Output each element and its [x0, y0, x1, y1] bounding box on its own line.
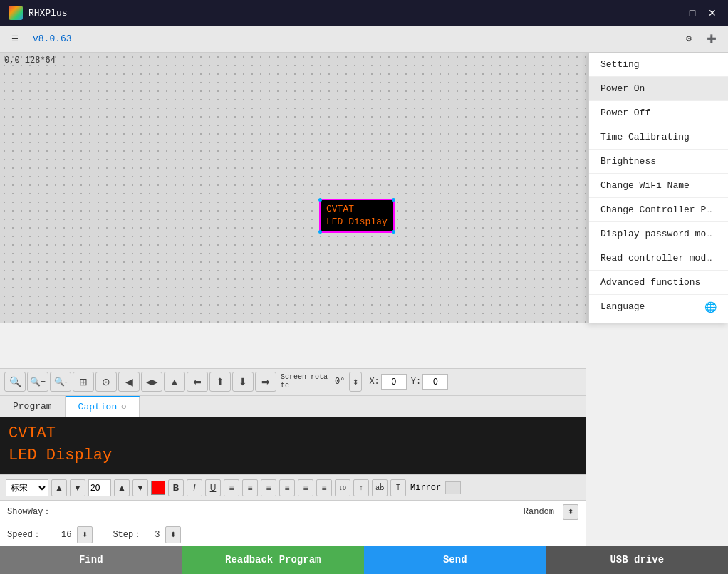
- zoom-in-button[interactable]: 🔍+: [27, 372, 48, 392]
- settings-icon-button[interactable]: ⚙: [681, 31, 697, 46]
- zoom-out-search-button[interactable]: 🔍: [4, 372, 26, 392]
- speed-row: Speed： 16 ⬍ Step： 3 ⬍: [0, 523, 586, 546]
- align-center-button[interactable]: ≡: [242, 479, 258, 496]
- action-buttons: Find Readback Program Send USB drive: [0, 546, 728, 574]
- coord-label: 0,0 128*64: [4, 56, 56, 66]
- menu-item-change-wifi[interactable]: Change WiFi Name: [589, 174, 728, 198]
- x-input[interactable]: [381, 374, 407, 390]
- menu-item-read-controller[interactable]: Read controller model···: [589, 246, 728, 271]
- fit-screen-button[interactable]: ⊙: [95, 372, 117, 392]
- menu-item-change-controller-pass[interactable]: Change Controller Pas···: [589, 198, 728, 222]
- move-left-button[interactable]: ◀: [118, 372, 140, 392]
- step-stepper[interactable]: ⬍: [165, 526, 181, 543]
- corner-handle-br[interactable]: [392, 230, 395, 234]
- readback-button[interactable]: Readback Program: [182, 546, 365, 574]
- maximize-button[interactable]: □: [685, 6, 700, 20]
- speed-value: 16: [61, 530, 71, 540]
- font-family-select[interactable]: 标宋: [6, 479, 48, 496]
- mirror-label: Mirror: [410, 483, 441, 493]
- x-label: X:: [369, 377, 379, 387]
- app-title: RHXPlus: [28, 8, 660, 19]
- font-family-up[interactable]: ▲: [51, 479, 67, 496]
- align6-button[interactable]: ≡: [316, 479, 332, 496]
- main-area: 0,0 128*64 CVTAT LED Display SettingPowe…: [0, 53, 728, 546]
- rotation-chevron-button[interactable]: ⬍: [349, 372, 362, 392]
- letter-spacing-button[interactable]: aḃ: [372, 479, 388, 496]
- version-label: v8.0.63: [33, 33, 678, 44]
- titlebar: RHXPlus — □ ✕: [0, 0, 728, 26]
- font-size-down[interactable]: ▼: [132, 479, 148, 496]
- mirror-swatch[interactable]: [445, 481, 461, 494]
- hamburger-icon: ☰: [11, 34, 19, 43]
- move-right-button[interactable]: ◀▶: [141, 372, 162, 392]
- arrow-down2-button[interactable]: ⬇: [232, 372, 254, 392]
- window-controls: — □ ✕: [665, 6, 719, 20]
- tab-caption-close[interactable]: ⊖: [121, 402, 126, 412]
- led-text-line1: CVTAT: [326, 203, 388, 216]
- font-style-button[interactable]: T: [390, 479, 406, 496]
- speed-label: Speed：: [7, 528, 41, 541]
- grid-button[interactable]: ⊞: [73, 372, 94, 392]
- toolbar-right: ⚙ ➕: [681, 31, 721, 46]
- arrow-left2-button[interactable]: ⬅: [187, 372, 208, 392]
- font-family-down[interactable]: ▼: [70, 479, 85, 496]
- text-line1: CVTAT: [9, 423, 577, 445]
- send-button[interactable]: Send: [364, 546, 546, 574]
- canvas-toolbar: 🔍 🔍+ 🔍- ⊞ ⊙ ◀ ◀▶ ▲ ⬅ ⬆ ⬇ ➡ Screen rota t…: [0, 368, 586, 395]
- find-button[interactable]: Find: [0, 546, 182, 574]
- corner-handle-bl[interactable]: [318, 230, 322, 234]
- arrow-right2-button[interactable]: ➡: [255, 372, 276, 392]
- menu-item-switch-simple[interactable]: Switch to Simple Edit···: [589, 320, 728, 323]
- color-picker[interactable]: [151, 481, 165, 495]
- subscript-button[interactable]: ↓0: [335, 479, 350, 496]
- usb-drive-button[interactable]: USB drive: [546, 546, 729, 574]
- font-size-up[interactable]: ▲: [114, 479, 130, 496]
- screen-rotate-label: Screen rota te: [281, 373, 328, 390]
- showway-value: Random: [524, 507, 554, 517]
- speed-stepper[interactable]: ⬍: [77, 526, 93, 543]
- menu-item-power-on[interactable]: Power On: [589, 77, 728, 101]
- menu-item-advanced[interactable]: Advanced functions: [589, 271, 728, 295]
- move-up-button[interactable]: ▲: [164, 372, 185, 392]
- menu-item-brightness[interactable]: Brightness: [589, 150, 728, 174]
- superscript-button[interactable]: ↑: [353, 479, 369, 496]
- main-toolbar: ☰ v8.0.63 ⚙ ➕: [0, 26, 728, 53]
- showway-stepper[interactable]: ⬍: [563, 504, 578, 520]
- minimize-button[interactable]: —: [665, 6, 680, 20]
- tab-bar: Program Caption ⊖: [0, 396, 586, 417]
- text-editor[interactable]: CVTAT LED Display: [0, 417, 586, 474]
- menu-item-power-off[interactable]: Power Off: [589, 101, 728, 125]
- menu-item-time-calibrating[interactable]: Time Calibrating: [589, 125, 728, 150]
- dropdown-menu: SettingPower OnPower OffTime Calibrating…: [588, 53, 728, 323]
- rotation-value: 0°: [335, 377, 345, 387]
- text-line2: LED Display: [9, 445, 577, 467]
- underline-button[interactable]: U: [205, 479, 221, 496]
- font-size-input[interactable]: [88, 479, 111, 496]
- y-input[interactable]: [422, 374, 448, 390]
- arrow-up2-button[interactable]: ⬆: [209, 372, 231, 392]
- step-label: Step：: [113, 528, 142, 541]
- menu-item-language[interactable]: Language🌐: [589, 295, 728, 320]
- align-right-button[interactable]: ≡: [261, 479, 276, 496]
- bold-button[interactable]: B: [168, 479, 184, 496]
- led-display-widget[interactable]: CVTAT LED Display: [319, 199, 395, 233]
- tab-panel: Program Caption ⊖ CVTAT LED Display 标宋 ▲…: [0, 395, 586, 546]
- tab-caption[interactable]: Caption ⊖: [66, 396, 140, 417]
- corner-handle-tr[interactable]: [392, 198, 395, 202]
- close-button[interactable]: ✕: [705, 6, 719, 20]
- zoom-out-button[interactable]: 🔍-: [50, 372, 71, 392]
- corner-handle-tl[interactable]: [318, 198, 322, 202]
- align5-button[interactable]: ≡: [298, 479, 313, 496]
- menu-item-display-password[interactable]: Display password modi···: [589, 222, 728, 246]
- add-button[interactable]: ➕: [702, 31, 721, 46]
- justify-button[interactable]: ≡: [279, 479, 295, 496]
- showway-row: ShowWay： Random ⬍: [0, 500, 586, 523]
- italic-button[interactable]: I: [187, 479, 202, 496]
- y-label: Y:: [411, 377, 421, 387]
- menu-item-setting[interactable]: Setting: [589, 53, 728, 77]
- tab-program[interactable]: Program: [0, 396, 66, 417]
- hamburger-menu-button[interactable]: ☰: [7, 31, 23, 46]
- app-icon: [9, 6, 23, 20]
- align-left-button[interactable]: ≡: [224, 479, 239, 496]
- step-value: 3: [155, 530, 160, 540]
